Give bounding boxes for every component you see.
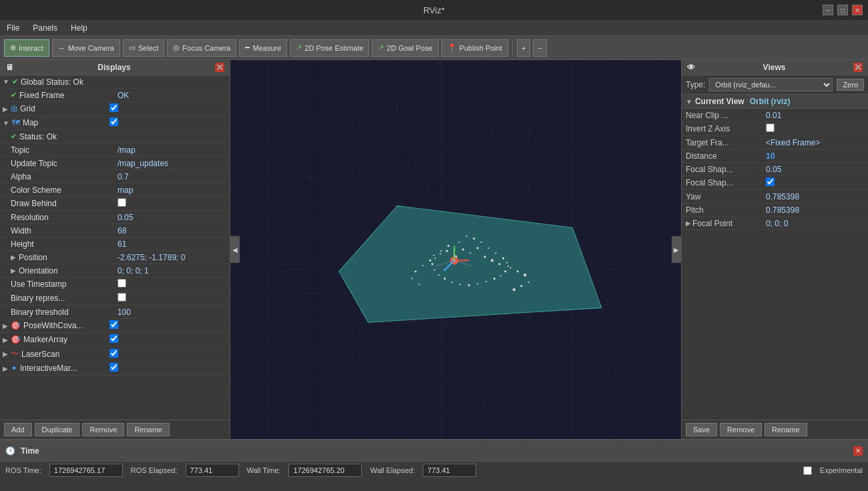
pose-cova-row: 🎯 PoseWithCova... — [0, 319, 230, 333]
select-button[interactable]: ▭ Select — [123, 39, 165, 57]
svg-point-53 — [509, 267, 511, 268]
map-checkbox[interactable] — [110, 117, 118, 126]
focus-camera-button[interactable]: ◎ Focus Camera — [167, 39, 236, 57]
position-row: Position -2.6275; -1.1789; 0 — [0, 251, 230, 264]
wall-elapsed-input[interactable] — [423, 464, 476, 477]
svg-point-55 — [517, 270, 519, 272]
collapse-right-button[interactable]: ▶ — [672, 236, 681, 263]
toolbar-separator — [512, 39, 513, 57]
focal-shape2-row: Focal Shap... — [682, 176, 868, 190]
orientation-arrow[interactable] — [11, 267, 16, 274]
laser-scan-checkbox[interactable] — [110, 349, 118, 358]
marker-array-label: MarkerArray — [23, 335, 67, 344]
add-button[interactable]: Add — [4, 423, 32, 436]
svg-point-57 — [415, 270, 417, 272]
focal-shape2-label: Focal Shap... — [686, 178, 766, 187]
move-camera-icon: ↔ — [58, 44, 65, 52]
wall-elapsed-label: Wall Elapsed: — [370, 466, 415, 474]
topic-label: Topic — [11, 145, 29, 155]
displays-close-button[interactable]: ✕ — [215, 63, 224, 72]
interactive-marker-checkbox[interactable] — [110, 363, 118, 372]
pose-cova-checkbox[interactable] — [110, 320, 118, 329]
near-clip-label: Near Clip ... — [686, 111, 766, 120]
add-display-button[interactable]: + — [517, 39, 530, 57]
focal-shape1-label: Focal Shap... — [686, 165, 766, 174]
3d-viewport[interactable]: ◀ ▶ — [230, 60, 681, 439]
measure-button[interactable]: ━ Measure — [239, 39, 287, 57]
duplicate-button[interactable]: Duplicate — [35, 423, 80, 436]
svg-point-73 — [493, 278, 495, 280]
svg-point-80 — [438, 274, 439, 276]
width-label: Width — [11, 226, 31, 235]
menu-help[interactable]: Help — [68, 22, 90, 34]
2d-goal-button[interactable]: ↗ 2D Goal Pose — [372, 39, 438, 57]
interactive-marker-arrow[interactable] — [3, 365, 8, 372]
distance-label: Distance — [686, 151, 766, 161]
draw-behind-checkbox[interactable] — [118, 198, 126, 207]
current-view-header: Current View Orbit (rviz) — [682, 95, 868, 109]
ros-elapsed-input[interactable] — [186, 464, 239, 477]
invert-z-checkbox[interactable] — [766, 123, 775, 132]
position-value: -2.6275; -1.1789; 0 — [118, 253, 227, 262]
position-label: Position — [19, 253, 47, 262]
svg-point-59 — [411, 278, 413, 280]
time-close-button[interactable]: ✕ — [853, 446, 863, 456]
height-label: Height — [11, 239, 34, 249]
menu-file[interactable]: File — [4, 22, 22, 34]
ros-elapsed-label: ROS Elapsed: — [131, 466, 178, 474]
maximize-button[interactable]: □ — [837, 5, 848, 15]
svg-point-81 — [434, 269, 435, 270]
draw-behind-row: Draw Behind — [0, 197, 230, 211]
focal-shape2-checkbox[interactable] — [766, 177, 775, 186]
menu-panels[interactable]: Panels — [30, 22, 60, 34]
svg-point-49 — [433, 255, 435, 256]
svg-point-50 — [491, 259, 493, 262]
experimental-checkbox[interactable] — [803, 466, 812, 475]
pose-cova-label: PoseWithCova... — [23, 321, 83, 330]
views-type-select[interactable]: Orbit (rviz_defau... — [709, 78, 833, 91]
fixed-frame-check-icon: ✔ — [11, 91, 17, 99]
grid-arrow[interactable] — [3, 105, 8, 113]
binary-repres-checkbox[interactable] — [118, 293, 126, 302]
remove-display-button[interactable]: − — [533, 39, 546, 57]
pose-cova-arrow[interactable] — [3, 322, 8, 330]
alpha-label: Alpha — [11, 172, 31, 181]
current-view-type: Orbit (rviz) — [750, 97, 791, 106]
2d-pose-button[interactable]: ↗ 2D Pose Estimate — [290, 39, 369, 57]
views-panel: 👁 Views ✕ Type: Orbit (rviz_defau... Zer… — [681, 60, 868, 439]
views-type-label: Type: — [686, 80, 705, 89]
pitch-label: Pitch — [686, 205, 766, 215]
map-row: 🗺 Map — [0, 116, 230, 130]
position-arrow[interactable] — [11, 254, 16, 261]
move-camera-button[interactable]: ↔ Move Camera — [52, 39, 120, 57]
ros-time-input[interactable] — [49, 464, 123, 477]
views-save-button[interactable]: Save — [686, 423, 717, 436]
orientation-row: Orientation 0; 0; 0; 1 — [0, 264, 230, 278]
publish-point-button[interactable]: 📍 Publish Point — [441, 39, 508, 57]
distance-value: 10 — [766, 151, 864, 161]
views-close-button[interactable]: ✕ — [853, 63, 863, 72]
marker-array-arrow[interactable] — [3, 336, 8, 344]
marker-array-checkbox[interactable] — [110, 334, 118, 343]
close-button[interactable]: ✕ — [852, 5, 863, 15]
wall-time-input[interactable] — [288, 464, 362, 477]
views-zero-button[interactable]: Zero — [837, 79, 864, 91]
binary-threshold-value: 100 — [118, 308, 227, 317]
views-rename-button[interactable]: Rename — [765, 423, 807, 436]
svg-point-44 — [469, 252, 471, 254]
minimize-button[interactable]: ─ — [823, 5, 833, 15]
interact-button[interactable]: ⊕ Interact — [4, 39, 49, 57]
laser-scan-arrow[interactable] — [3, 350, 8, 358]
grid-checkbox[interactable] — [110, 103, 118, 112]
remove-button[interactable]: Remove — [82, 423, 124, 436]
views-remove-button[interactable]: Remove — [720, 423, 762, 436]
map-arrow[interactable] — [3, 119, 9, 127]
focal-point-arrow[interactable] — [686, 219, 691, 227]
time-values-row: ROS Time: ROS Elapsed: Wall Time: Wall E… — [0, 462, 868, 479]
current-view-arrow[interactable] — [686, 98, 692, 105]
global-status-arrow[interactable] — [3, 78, 9, 85]
use-timestamp-label: Use Timestamp — [11, 280, 66, 289]
use-timestamp-checkbox[interactable] — [118, 279, 126, 288]
rename-button[interactable]: Rename — [127, 423, 170, 436]
collapse-left-button[interactable]: ◀ — [230, 236, 240, 263]
